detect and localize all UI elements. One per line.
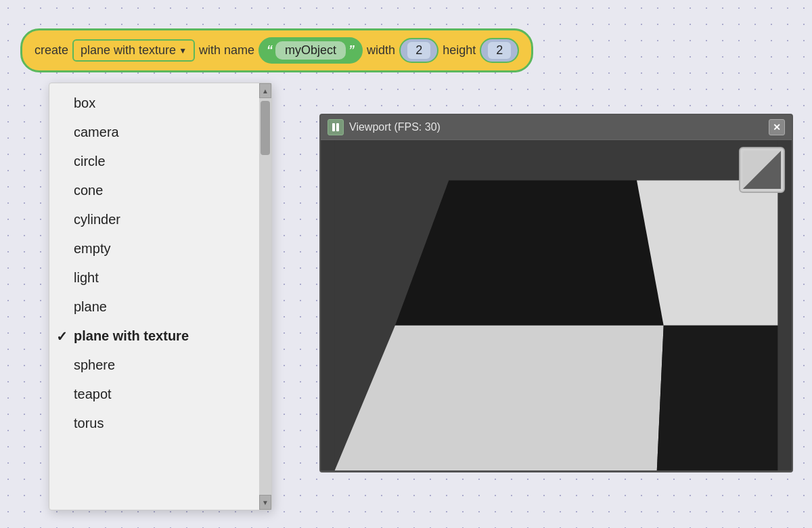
dropdown-item-empty[interactable]: empty (49, 234, 259, 263)
dropdown-item-label: plane with texture (74, 328, 189, 344)
dropdown-item-label: circle (74, 154, 106, 169)
dropdown-item-label: light (74, 270, 99, 286)
plane-visual (321, 140, 792, 470)
width-label: width (367, 43, 395, 58)
viewport-title: Viewport (FPS: 30) (349, 121, 441, 133)
dropdown-arrow-icon: ▼ (179, 46, 187, 56)
close-button[interactable]: ✕ (769, 119, 785, 135)
dropdown-item-label: sphere (74, 357, 115, 373)
scroll-up-button[interactable]: ▲ (259, 83, 271, 98)
dropdown-item-label: empty (74, 241, 110, 257)
scrollbar[interactable]: ▲ ▼ (259, 83, 271, 510)
viewport-canvas (321, 140, 792, 470)
create-label: create (35, 43, 68, 58)
height-block: 2 (480, 38, 519, 63)
dropdown-item-torus[interactable]: torus (49, 409, 259, 438)
camera-view-icon (739, 147, 785, 193)
dropdown-item-label: camera (74, 125, 119, 140)
object-name-value[interactable]: myObject (275, 41, 346, 60)
dropdown-item-label: box (74, 95, 95, 111)
dropdown-item-cylinder[interactable]: cylinder (49, 205, 259, 234)
quote-close: ” (348, 43, 355, 58)
pause-icon (332, 123, 339, 131)
width-value[interactable]: 2 (407, 42, 430, 59)
dropdown-item-camera[interactable]: camera (49, 118, 259, 147)
dropdown-items-list: boxcameracircleconecylinderemptylightpla… (49, 83, 259, 510)
width-block: 2 (399, 38, 438, 63)
pause-button[interactable] (328, 119, 344, 135)
dropdown-item-plane[interactable]: plane (49, 292, 259, 322)
height-label: height (443, 43, 476, 58)
camera-svg (743, 151, 781, 189)
dropdown-item-box[interactable]: box (49, 89, 259, 118)
with-name-label: with name (199, 43, 254, 58)
dropdown-item-sphere[interactable]: sphere (49, 351, 259, 380)
scroll-down-button[interactable]: ▼ (259, 495, 271, 510)
name-string-block: “ myObject ” (258, 37, 363, 64)
object-type-dropdown[interactable]: plane with texture ▼ (72, 39, 195, 62)
dropdown-item-label: torus (74, 416, 104, 431)
dropdown-item-teapot[interactable]: teapot (49, 380, 259, 409)
object-type-menu: boxcameracircleconecylinderemptylightpla… (49, 83, 272, 510)
svg-marker-4 (657, 326, 778, 470)
dropdown-item-label: cone (74, 183, 103, 198)
quote-open: “ (267, 43, 273, 58)
scrollbar-thumb[interactable] (261, 101, 270, 155)
height-value[interactable]: 2 (488, 42, 511, 59)
selected-object-label: plane with texture (81, 43, 176, 58)
dropdown-item-label: plane (74, 299, 107, 315)
viewport-panel: Viewport (FPS: 30) ✕ (319, 114, 793, 472)
viewport-header: Viewport (FPS: 30) ✕ (321, 115, 792, 140)
checkmark-icon: ✓ (56, 328, 68, 345)
dropdown-item-circle[interactable]: circle (49, 147, 259, 176)
dropdown-item-label: cylinder (74, 212, 120, 227)
dropdown-item-plane-with-texture[interactable]: ✓plane with texture (49, 322, 259, 351)
dropdown-item-cone[interactable]: cone (49, 176, 259, 205)
dropdown-item-light[interactable]: light (49, 263, 259, 292)
dropdown-item-label: teapot (74, 387, 112, 402)
toolbar-block: create plane with texture ▼ with name “ … (20, 28, 533, 72)
